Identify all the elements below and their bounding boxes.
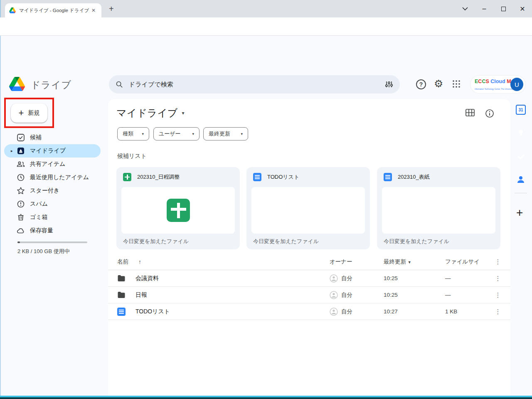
search-icon bbox=[116, 81, 123, 88]
account-avatar[interactable]: U bbox=[510, 78, 523, 91]
docs-file-icon bbox=[117, 308, 126, 316]
chevron-down-icon: ▾ bbox=[142, 132, 144, 136]
tab-title: マイドライブ - Google ドライブ bbox=[19, 7, 90, 14]
clock-icon bbox=[17, 173, 25, 182]
my-drive-icon bbox=[17, 147, 25, 155]
filter-chip-type[interactable]: 種類 ▾ bbox=[117, 127, 149, 140]
col-header-size[interactable]: ファイルサイ bbox=[445, 258, 490, 266]
window-maximize-button[interactable] bbox=[494, 0, 513, 17]
sort-ascending-icon[interactable]: ↑ bbox=[138, 259, 141, 265]
browser-tabstrip: マイドライブ - Google ドライブ ✕ + – ✕ bbox=[0, 0, 532, 17]
sidebar-item-storage[interactable]: 保存容量 bbox=[4, 224, 101, 237]
file-preview bbox=[121, 187, 235, 234]
add-companion-app-button[interactable]: + bbox=[516, 206, 523, 219]
folder-icon bbox=[117, 275, 126, 282]
calendar-icon[interactable]: 31 bbox=[516, 105, 526, 115]
suggestion-card[interactable]: TODOリスト 今日変更を加えたファイル bbox=[246, 167, 370, 249]
sheets-file-icon bbox=[123, 173, 131, 181]
sidebar-item-trash[interactable]: ゴミ箱 bbox=[4, 211, 101, 224]
rail-divider bbox=[515, 193, 527, 193]
main-panel: マイドライブ ▾ 種類 ▾ ユーザー ▾ 最終更新 ▾ 候補リスト bbox=[108, 99, 510, 399]
owner-avatar-icon bbox=[330, 291, 338, 299]
table-row[interactable]: 日報 自分 10:25 — ⋮ bbox=[108, 287, 510, 303]
tab-search-chevron-icon[interactable] bbox=[456, 0, 475, 17]
search-placeholder: ドライブで検索 bbox=[129, 81, 385, 89]
spam-icon bbox=[17, 200, 25, 208]
grid-view-icon[interactable] bbox=[466, 109, 475, 116]
search-bar[interactable]: ドライブで検索 bbox=[109, 75, 400, 94]
docs-file-icon bbox=[384, 173, 392, 181]
screen: マイドライブ - Google ドライブ ✕ + – ✕ ← → ↻ drive… bbox=[0, 0, 532, 399]
trash-icon bbox=[17, 213, 25, 222]
expand-arrow-icon[interactable]: ▸ bbox=[11, 149, 13, 153]
chevron-down-icon: ▾ bbox=[192, 132, 194, 136]
owner-avatar-icon bbox=[330, 308, 338, 316]
new-tab-button[interactable]: + bbox=[109, 4, 114, 13]
col-header-name[interactable]: 名前 bbox=[117, 258, 128, 266]
row-kebab-icon[interactable]: ⋮ bbox=[490, 291, 506, 299]
tab-close-icon[interactable]: ✕ bbox=[90, 7, 97, 14]
storage-progress-bar bbox=[17, 241, 87, 243]
search-options-icon[interactable] bbox=[385, 80, 393, 89]
window-minimize-button[interactable]: – bbox=[475, 0, 494, 17]
filter-chip-people[interactable]: ユーザー ▾ bbox=[153, 127, 200, 140]
file-table: 名前 ↑ オーナー 最終更新 ▼ ファイルサイ ⋮ bbox=[108, 254, 510, 320]
sidebar-item-suggested[interactable]: 候補 bbox=[4, 131, 101, 144]
chevron-down-icon: ▾ bbox=[241, 132, 243, 136]
table-header-row: 名前 ↑ オーナー 最終更新 ▼ ファイルサイ ⋮ bbox=[108, 254, 510, 270]
apps-grid-icon[interactable] bbox=[452, 80, 461, 88]
sort-descending-icon: ▼ bbox=[408, 260, 411, 264]
table-row[interactable]: 会議資料 自分 10:25 — ⋮ bbox=[108, 270, 510, 287]
drive-favicon-icon bbox=[9, 7, 16, 13]
title-caret-icon: ▾ bbox=[182, 110, 184, 116]
eccs-logo: ECCS Cloud Mail Information Technology C… bbox=[475, 78, 510, 91]
table-row[interactable]: TODOリスト 自分 10:27 1 KB ⋮ bbox=[108, 303, 510, 320]
suggestions-label: 候補リスト bbox=[117, 153, 147, 160]
window-close-button[interactable]: ✕ bbox=[513, 0, 532, 17]
info-icon[interactable] bbox=[485, 109, 494, 118]
people-icon bbox=[17, 160, 25, 168]
page-title[interactable]: マイドライブ ▾ bbox=[116, 106, 184, 120]
suggestion-card[interactable]: 202310_表紙 今日変更を加えたファイル bbox=[377, 167, 500, 249]
browser-tab[interactable]: マイドライブ - Google ドライブ ✕ bbox=[5, 3, 101, 17]
sidebar-nav: 候補 ▸ マイドライブ 共有アイテム 最近使用したアイテム bbox=[4, 131, 101, 237]
contacts-icon[interactable] bbox=[516, 175, 526, 185]
sidebar-item-shared[interactable]: 共有アイテム bbox=[4, 158, 101, 171]
storage-usage-text: 2 KB / 100 GB 使用中 bbox=[17, 248, 70, 255]
sidebar-item-spam[interactable]: スパム bbox=[4, 197, 101, 211]
sidebar-item-recent[interactable]: 最近使用したアイテム bbox=[4, 171, 101, 184]
owner-avatar-icon bbox=[330, 274, 338, 283]
file-preview bbox=[382, 187, 495, 234]
row-kebab-icon[interactable]: ⋮ bbox=[490, 308, 506, 315]
file-preview bbox=[251, 187, 365, 234]
browser-toolbar: ← → ↻ drive.google.com/drive/my-drive ☆ … bbox=[0, 17, 532, 36]
check-square-icon bbox=[17, 133, 25, 142]
folder-icon bbox=[117, 291, 126, 298]
suggestion-card[interactable]: 202310_日程調整 今日変更を加えたファイル bbox=[116, 167, 240, 249]
help-icon[interactable]: ? bbox=[416, 79, 426, 89]
row-kebab-icon[interactable]: ⋮ bbox=[490, 275, 506, 282]
col-header-modified[interactable]: 最終更新 ▼ bbox=[384, 258, 445, 266]
docs-file-icon bbox=[253, 173, 261, 181]
eccs-account-badge[interactable]: ECCS Cloud Mail Information Technology C… bbox=[470, 76, 525, 93]
table-options-kebab-icon[interactable]: ⋮ bbox=[490, 258, 506, 266]
star-icon bbox=[17, 187, 25, 195]
drive-logo-icon[interactable] bbox=[9, 77, 25, 91]
screen-edge bbox=[0, 397, 532, 399]
sheets-preview-icon bbox=[167, 199, 190, 222]
drive-app: ドライブ ドライブで検索 ? ⚙ ECCS Clo bbox=[0, 36, 532, 396]
sidebar-item-starred[interactable]: スター付き bbox=[4, 184, 101, 197]
col-header-owner[interactable]: オーナー bbox=[330, 258, 384, 266]
filter-chip-modified[interactable]: 最終更新 ▾ bbox=[203, 127, 248, 140]
drive-logo-text: ドライブ bbox=[31, 79, 71, 91]
cloud-icon bbox=[17, 227, 25, 235]
annotation-red-box bbox=[4, 98, 54, 128]
settings-gear-icon[interactable]: ⚙ bbox=[434, 78, 443, 90]
sidebar-item-my-drive[interactable]: ▸ マイドライブ bbox=[4, 144, 101, 158]
